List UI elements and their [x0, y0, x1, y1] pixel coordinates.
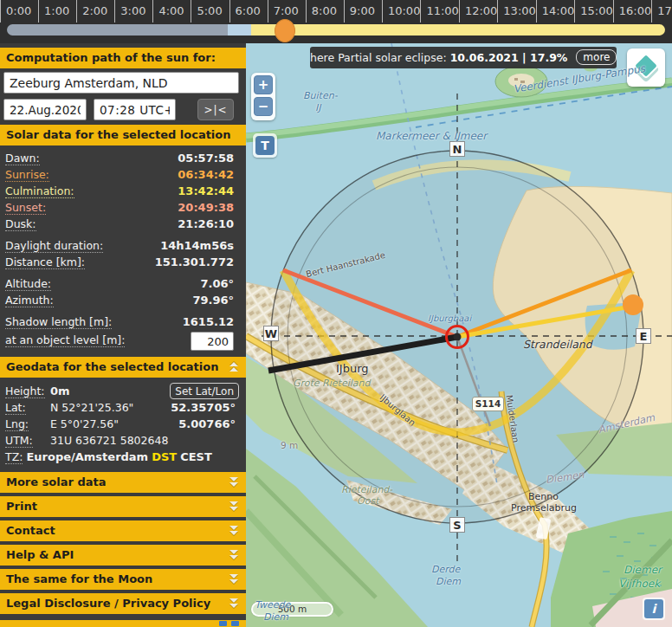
map-label: Oost [357, 495, 378, 507]
accordion-item[interactable]: More solar data [0, 472, 246, 493]
zoom-in-button[interactable]: + [254, 75, 273, 94]
solar-data-header-text: Solar data for the selected location [6, 128, 231, 141]
solar-row-label[interactable]: Shadow length [m]: [5, 315, 112, 329]
tz-value: Europe/Amsterdam [26, 450, 148, 463]
terrain-control: T [253, 133, 277, 158]
hour-cell[interactable]: 5:00 [191, 0, 229, 23]
accordion-item[interactable]: The same for the Moon [0, 569, 246, 590]
utm-row: UTM: 31U 636721 5802648 [0, 432, 246, 449]
expand-icon [229, 525, 238, 536]
hour-cell[interactable]: 13:00 [497, 0, 535, 23]
suncalc-app: 0:001:002:003:004:005:006:007:008:009:00… [0, 0, 672, 627]
sidebar: Computation path of the sun for: >|< Sol… [0, 43, 246, 627]
solar-row-value: 14h14m56s [160, 237, 234, 254]
sun-marker[interactable] [623, 294, 643, 315]
accordion-item-label: Help & API [6, 548, 74, 561]
map-label: Buiten- [303, 90, 338, 101]
hour-cell[interactable]: 15:00 [574, 0, 612, 23]
hour-cell[interactable]: 12:00 [459, 0, 497, 23]
accordion-item[interactable]: Help & API [0, 545, 246, 566]
time-slider-track[interactable] [7, 24, 665, 36]
hour-cell[interactable]: 1:00 [38, 0, 76, 23]
timeline-hours: 0:001:002:003:004:005:006:007:008:009:00… [0, 0, 672, 23]
info-button[interactable]: i [644, 599, 663, 618]
tz-label[interactable]: TZ: [5, 450, 23, 464]
accordion-item[interactable]: Contact [0, 520, 246, 541]
solar-rows: Dawn:05:57:58Sunrise:06:34:42Culmination… [0, 150, 246, 352]
solar-row-label[interactable]: Dawn: [5, 152, 40, 165]
solar-row-label[interactable]: Sunrise: [5, 168, 49, 182]
hour-cell[interactable]: 8:00 [306, 0, 344, 23]
solar-row-label[interactable]: at an object level [m]: [5, 333, 125, 347]
time-input[interactable] [94, 99, 176, 120]
compass-east: E [636, 328, 651, 344]
solar-row-label[interactable]: Azimuth: [5, 294, 54, 307]
solar-row-label[interactable]: Dusk: [5, 217, 36, 231]
tz-row: TZ: Europe/Amsterdam DST CEST [0, 449, 246, 465]
hour-cell[interactable]: 3:00 [114, 0, 152, 23]
map-label: Premselabrug [511, 502, 577, 514]
geodata-header[interactable]: Geodata for the selected location [0, 357, 246, 378]
solar-row-value: 21:26:10 [178, 216, 234, 232]
set-latlon-button[interactable]: Set Lat/Lon [170, 383, 239, 399]
compass-north: N [449, 141, 465, 157]
reset-now-button[interactable]: >|< [197, 99, 234, 120]
zoom-out-button[interactable]: − [254, 97, 273, 116]
hour-cell[interactable]: 2:00 [76, 0, 114, 23]
hour-cell[interactable]: 0:00 [0, 0, 38, 23]
solar-row-label[interactable]: Daylight duration: [5, 239, 103, 253]
solar-row: Azimuth:79.96° [0, 292, 246, 308]
geodata-header-text: Geodata for the selected location [6, 360, 218, 373]
hour-cell[interactable]: 17:00 [651, 0, 672, 23]
solar-row-value: 151.301.772 [155, 254, 234, 270]
collapse-icon[interactable] [229, 361, 238, 372]
lng-deg: 5.00766° [178, 416, 236, 432]
object-level-input[interactable] [191, 332, 234, 351]
solar-row-label[interactable]: Altitude: [5, 277, 51, 291]
lat-label[interactable]: Lat: [5, 401, 26, 415]
timeline[interactable]: 0:001:002:003:004:005:006:007:008:009:00… [0, 0, 672, 43]
height-row: Height: 0m Set Lat/Lon [0, 383, 246, 399]
t-button[interactable]: T [255, 136, 275, 155]
hour-cell[interactable]: 14:00 [536, 0, 574, 23]
lng-label[interactable]: Lng: [5, 417, 29, 431]
height-value: 0m [50, 383, 70, 399]
utm-label[interactable]: UTM: [5, 434, 33, 448]
footer-icon[interactable] [231, 621, 239, 626]
map-label: IJburgbaai [428, 314, 471, 323]
solar-row: Shadow length [m]:1615.12 [0, 314, 246, 330]
map-label: Strandeiland [523, 338, 592, 351]
solar-row: Dawn:05:57:58 [0, 150, 246, 166]
accordion-item[interactable]: Legal Disclosure / Privacy Policy [0, 593, 246, 614]
solar-row: Dusk:21:26:10 [0, 216, 246, 232]
map-label: IJburg [336, 362, 369, 375]
map-label: Derde [431, 564, 460, 575]
geodata-rows: Height: 0m Set Lat/Lon Lat: N 52°21'25.3… [0, 383, 246, 465]
solar-row-label[interactable]: Culmination: [5, 184, 74, 198]
map-viewport[interactable]: here Partial solar eclipse: 10.06.2021 |… [246, 43, 672, 627]
expand-icon [229, 549, 238, 560]
hour-cell[interactable]: 10:00 [382, 0, 420, 23]
accordion-item[interactable]: Print [0, 496, 246, 517]
map-label: Markermeer & IJmeer [376, 130, 487, 142]
utm-value: 31U 636721 5802648 [50, 432, 168, 449]
hour-cell[interactable]: 9:00 [344, 0, 382, 23]
height-label[interactable]: Height: [5, 385, 45, 398]
time-slider-handle[interactable] [275, 19, 295, 42]
map-label: Benno [528, 491, 559, 502]
solar-row-label[interactable]: Distance [km]: [5, 255, 85, 269]
location-input[interactable] [3, 72, 239, 94]
solar-row: Distance [km]:151.301.772 [0, 254, 246, 270]
solar-row-label[interactable]: Sunset: [5, 201, 46, 215]
eclipse-more-button[interactable]: more [576, 49, 617, 65]
solar-row: Altitude:7.06° [0, 275, 246, 292]
location-dot [454, 333, 462, 341]
footer-icon[interactable] [219, 621, 227, 626]
hour-cell[interactable]: 16:00 [613, 0, 651, 23]
date-input[interactable] [3, 99, 87, 120]
map-label: Rieteiland- [341, 484, 392, 495]
hour-cell[interactable]: 4:00 [152, 0, 191, 23]
hour-cell[interactable]: 11:00 [420, 0, 458, 23]
lat-dms: N 52°21'25.36" [50, 399, 133, 416]
hour-cell[interactable]: 6:00 [229, 0, 268, 23]
